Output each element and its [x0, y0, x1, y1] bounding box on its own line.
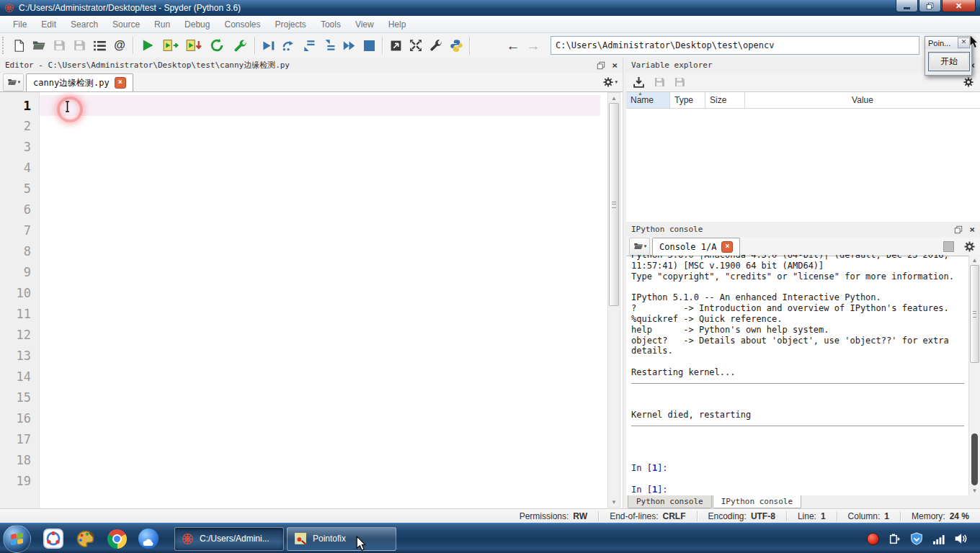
pointofix-start-button[interactable]: 开始	[928, 52, 970, 71]
bottom-tab-ipython-console[interactable]: IPython console	[713, 495, 801, 508]
stop-debug-button[interactable]	[359, 35, 379, 55]
title-bar[interactable]: C:/Users/Administrator/Desktop/test - Sp…	[0, 0, 980, 16]
open-file-button[interactable]	[29, 35, 49, 55]
editor-options-button[interactable]: ▾	[603, 77, 618, 87]
menu-projects[interactable]: Projects	[268, 17, 313, 32]
run-file-button[interactable]	[136, 35, 159, 55]
gear-icon[interactable]	[964, 241, 975, 252]
variable-table[interactable]: ▲NameTypeSizeValue	[626, 91, 980, 222]
save-data-as-button[interactable]	[674, 76, 685, 88]
menu-view[interactable]: View	[348, 17, 381, 32]
variable-explorer-options-button[interactable]	[963, 77, 974, 87]
run-cell-button[interactable]	[159, 35, 182, 55]
column-header-name[interactable]: ▲Name	[626, 92, 670, 108]
undock-icon[interactable]	[597, 61, 605, 70]
browse-tabs-icon	[6, 77, 18, 87]
taskbar-app-icon[interactable]	[42, 527, 65, 550]
taskbar-browser-icon[interactable]	[137, 527, 160, 550]
debug-file-button[interactable]	[258, 35, 278, 55]
menu-tools[interactable]: Tools	[313, 17, 348, 32]
menu-source[interactable]: Source	[105, 17, 147, 32]
taskbar-window-spyder[interactable]: C:/Users/Admini...	[174, 527, 284, 551]
import-data-button[interactable]	[633, 76, 645, 89]
restore-button[interactable]	[919, 0, 941, 12]
browse-tabs-button[interactable]: ▾	[3, 73, 24, 91]
menu-help[interactable]: Help	[381, 17, 414, 32]
quark-browser-icon	[138, 529, 159, 549]
step-over-button[interactable]	[278, 35, 298, 55]
browse-tabs-button[interactable]: ▾	[629, 238, 650, 256]
pointofix-window[interactable]: Poin... ✕ 开始	[925, 36, 972, 76]
taskbar-chrome-icon[interactable]	[105, 527, 128, 550]
editor-tab[interactable]: canny边缘检测.py ×	[26, 73, 133, 91]
menu-edit[interactable]: Edit	[34, 17, 63, 32]
editor-scrollbar-thumb[interactable]	[609, 103, 619, 306]
save-data-button[interactable]	[654, 76, 665, 88]
save-data-icon	[654, 76, 665, 88]
column-header-value[interactable]: Value	[745, 92, 980, 108]
taskbar-paint-icon[interactable]	[74, 527, 97, 550]
editor-body[interactable]: 12345678910111213141516171819 ▲ ▼	[0, 92, 623, 508]
close-pane-icon[interactable]: ×	[612, 60, 618, 70]
run-cell-advance-button[interactable]	[182, 35, 205, 55]
menu-consoles[interactable]: Consoles	[217, 17, 267, 32]
python-path-button[interactable]	[446, 35, 466, 55]
scroll-down-icon[interactable]: ▼	[608, 497, 620, 507]
undock-icon[interactable]	[954, 225, 963, 234]
fullscreen-button[interactable]	[406, 35, 426, 55]
column-header-size[interactable]: Size	[705, 92, 745, 108]
menu-run[interactable]: Run	[147, 17, 177, 32]
console-tab[interactable]: Console 1/A ×	[652, 238, 740, 256]
step-into-button[interactable]	[298, 35, 318, 55]
network-signal-icon[interactable]	[932, 533, 945, 545]
scroll-down-icon[interactable]: ▼	[969, 485, 980, 495]
editor-scrollbar[interactable]: ▲ ▼	[607, 92, 620, 508]
pointofix-titlebar[interactable]: Poin... ✕	[925, 37, 971, 49]
forward-button[interactable]: →	[523, 35, 543, 55]
overlay-scrollbar-thumb[interactable]	[971, 433, 978, 485]
close-tab-icon[interactable]: ×	[721, 241, 733, 253]
close-button[interactable]: ✕	[942, 0, 976, 12]
menu-search[interactable]: Search	[63, 17, 105, 32]
scroll-up-icon[interactable]: ▲	[969, 255, 980, 265]
menu-debug[interactable]: Debug	[177, 17, 217, 32]
variable-table-body[interactable]	[626, 109, 980, 222]
close-tab-icon[interactable]: ×	[115, 77, 126, 89]
volume-icon[interactable]	[954, 532, 967, 545]
console-output[interactable]: Python 3.6.0 |Anaconda 4.3.0 (64-bit)| (…	[626, 255, 968, 495]
scroll-up-icon[interactable]: ▲	[608, 93, 620, 103]
minimize-button[interactable]	[896, 0, 918, 12]
recording-icon[interactable]	[867, 533, 879, 545]
column-header-type[interactable]: Type	[670, 92, 705, 108]
taskbar-window-pointofix[interactable]: Pointofix	[287, 527, 396, 551]
symbol-finder-button[interactable]: @	[110, 35, 130, 55]
gear-icon	[603, 77, 613, 87]
save-button[interactable]	[49, 35, 69, 55]
interrupt-kernel-icon[interactable]	[943, 241, 954, 252]
toolbar-drag-handle[interactable]	[2, 37, 6, 54]
line-number: 2	[0, 116, 39, 137]
continue-button[interactable]	[339, 35, 359, 55]
run-selection-button[interactable]	[228, 35, 251, 55]
start-button[interactable]	[3, 525, 31, 553]
menu-file[interactable]: File	[6, 17, 34, 32]
maximize-pane-button[interactable]	[386, 35, 406, 55]
step-return-button[interactable]	[318, 35, 339, 55]
save-all-button[interactable]	[69, 35, 89, 55]
console-blank-line	[631, 452, 968, 463]
plugin-tray-icon[interactable]	[888, 533, 901, 545]
close-pane-icon[interactable]: ×	[969, 225, 975, 234]
pointofix-close-icon[interactable]: ✕	[958, 37, 970, 48]
working-directory-input[interactable]	[551, 36, 919, 55]
preferences-button[interactable]	[426, 35, 446, 55]
console-line: Kernel died, restarting	[631, 410, 968, 421]
rerun-cell-button[interactable]	[205, 35, 228, 55]
console-scrollbar[interactable]: ▲ ▼	[968, 255, 980, 495]
shield-tray-icon[interactable]	[910, 532, 923, 545]
new-file-button[interactable]	[9, 35, 29, 55]
file-switcher-button[interactable]	[89, 35, 110, 55]
bottom-tab-python-console[interactable]: Python console	[628, 495, 712, 508]
symbol-finder-icon: @	[114, 39, 125, 52]
console-scrollbar-thumb[interactable]	[970, 265, 979, 363]
back-button[interactable]: ←	[503, 35, 523, 55]
